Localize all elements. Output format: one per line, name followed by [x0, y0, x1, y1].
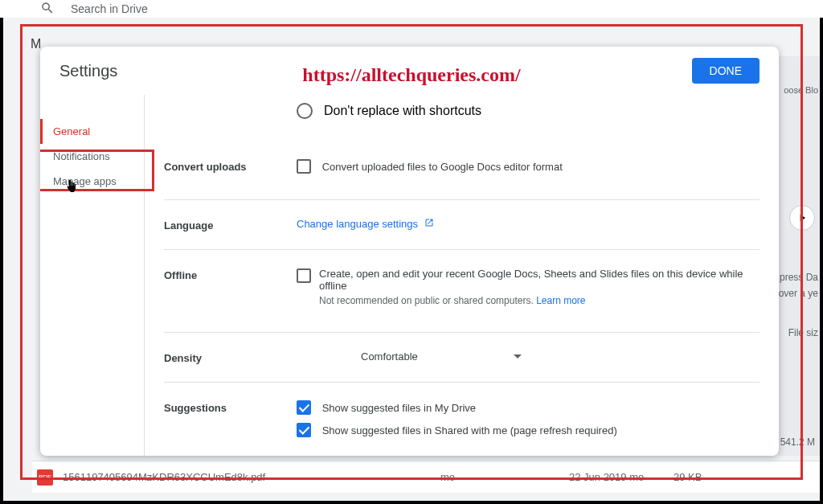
language-link[interactable]: Change language settings [297, 218, 434, 230]
convert-section: Convert uploads Convert uploaded files t… [164, 141, 760, 200]
shortcut-section: Don't replace with shortcuts [164, 95, 760, 141]
density-label: Density [164, 350, 297, 364]
offline-label: Offline [164, 268, 297, 314]
radio-dont-replace[interactable] [297, 103, 313, 119]
chevron-down-icon [514, 354, 522, 359]
density-section: Density Comfortable [164, 333, 760, 383]
sidebar-item-notifications[interactable]: Notifications [40, 144, 144, 169]
settings-sidebar: General Notifications Manage apps [40, 95, 145, 456]
learn-more-link[interactable]: Learn more [536, 295, 585, 306]
radio-label: Don't replace with shortcuts [324, 104, 481, 118]
external-link-icon [424, 218, 434, 230]
convert-label: Convert uploads [164, 159, 297, 182]
convert-checkbox[interactable] [297, 159, 311, 174]
suggestions-opt1: Show suggested files in My Drive [322, 402, 476, 414]
suggestions-label: Suggestions [164, 400, 297, 445]
suggestions-mydrive-checkbox[interactable] [297, 400, 311, 415]
suggestions-shared-checkbox[interactable] [297, 423, 311, 437]
density-dropdown[interactable]: Comfortable [361, 350, 522, 363]
search-placeholder: Search in Drive [71, 2, 148, 15]
suggestions-opt2: Show suggested files in Shared with me (… [322, 424, 617, 436]
offline-text: Create, open and edit your recent Google… [319, 268, 760, 292]
search-bar: Search in Drive [0, 0, 823, 18]
offline-checkbox[interactable] [297, 268, 311, 283]
done-button[interactable]: DONE [692, 58, 760, 84]
settings-content: Don't replace with shortcuts Convert upl… [145, 95, 779, 456]
settings-dialog: Settings DONE General Notifications Mana… [40, 47, 779, 456]
convert-text: Convert uploaded files to Google Docs ed… [322, 161, 563, 173]
watermark-url: https://alltechqueries.com/ [302, 64, 520, 86]
sidebar-item-general[interactable]: General [40, 119, 144, 144]
language-label: Language [164, 218, 297, 232]
offline-subtext: Not recommended on public or shared comp… [319, 295, 536, 306]
sidebar-item-manage-apps[interactable]: Manage apps [40, 169, 144, 194]
offline-section: Offline Create, open and edit your recen… [164, 250, 760, 333]
suggestions-section: Suggestions Show suggested files in My D… [164, 383, 760, 456]
dialog-title: Settings [59, 62, 117, 80]
search-icon [40, 1, 55, 18]
language-section: Language Change language settings [164, 200, 760, 250]
density-value: Comfortable [361, 350, 418, 363]
